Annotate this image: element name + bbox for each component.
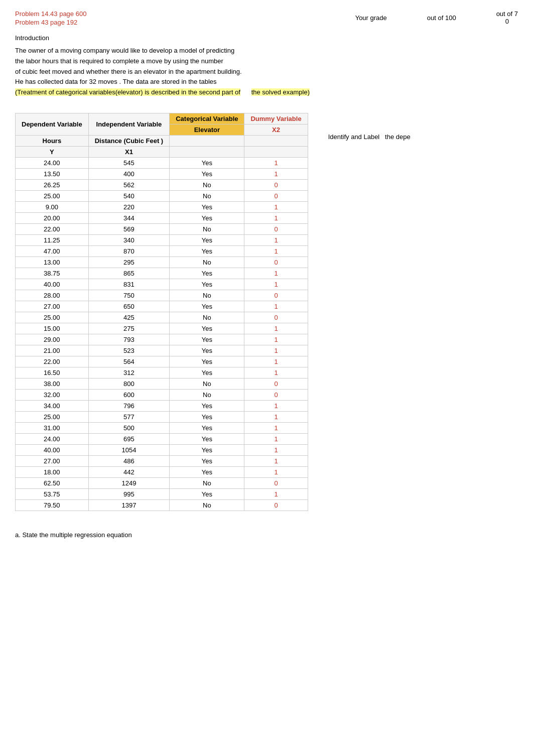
cell-hours: 13.00 [16, 257, 89, 268]
cell-x2: 1 [244, 268, 308, 279]
cell-elev: Yes [170, 356, 244, 367]
cell-hours: 26.25 [16, 179, 89, 190]
cell-hours: 62.50 [16, 477, 89, 488]
cell-dist: 600 [88, 389, 170, 400]
problem-link-1[interactable]: Problem 14.43 page 600 [15, 10, 355, 18]
cell-hours: 27.00 [16, 455, 89, 466]
cell-x2: 1 [244, 400, 308, 411]
table-row: 53.75995Yes1 [16, 488, 308, 499]
cell-hours: 18.00 [16, 466, 89, 477]
data-table-container: Dependent Variable Independent Variable … [15, 113, 308, 511]
cell-dist: 569 [88, 223, 170, 234]
side-label-text2: the depe [385, 133, 411, 141]
highlight-text-2: the solved example) [251, 88, 310, 96]
cell-hours: 31.00 [16, 422, 89, 433]
cell-x2: 1 [244, 488, 308, 499]
cell-x2: 0 [244, 378, 308, 389]
table-row: 21.00523Yes1 [16, 345, 308, 356]
cell-dist: 1249 [88, 477, 170, 488]
cell-dist: 870 [88, 245, 170, 257]
cell-hours: 47.00 [16, 245, 89, 257]
cell-x2: 1 [244, 422, 308, 433]
table-row: 25.00540No0 [16, 190, 308, 201]
problem-link-2[interactable]: Problem 43 page 192 [15, 19, 355, 26]
grade-value: 0 [496, 18, 518, 25]
cell-elev: No [170, 223, 244, 234]
cell-elev: Yes [170, 279, 244, 290]
cell-dist: 564 [88, 356, 170, 367]
cat-var-header: Categorical Variable [170, 113, 244, 124]
elevator-header: Elevator [170, 124, 244, 135]
intro-line-1: The owner of a moving company would like… [15, 47, 234, 54]
cell-x2: 0 [244, 190, 308, 201]
cell-elev: No [170, 499, 244, 511]
cell-hours: 79.50 [16, 499, 89, 511]
cell-x2: 1 [244, 345, 308, 356]
cell-elev: Yes [170, 301, 244, 312]
cell-dist: 577 [88, 411, 170, 422]
cell-dist: 796 [88, 400, 170, 411]
cell-elev: No [170, 290, 244, 301]
cell-dist: 800 [88, 378, 170, 389]
cell-x2: 1 [244, 466, 308, 477]
intro-paragraph: The owner of a moving company would like… [15, 46, 518, 98]
hours-header: Hours [16, 135, 89, 146]
table-row: 47.00870Yes1 [16, 245, 308, 257]
cell-x2: 1 [244, 301, 308, 312]
cell-x2: 1 [244, 279, 308, 290]
table-row: 13.50400Yes1 [16, 168, 308, 179]
cell-elev: No [170, 179, 244, 190]
cell-elev: Yes [170, 157, 244, 168]
section-title: Introduction [15, 34, 518, 42]
cell-dist: 220 [88, 201, 170, 212]
cell-elev: Yes [170, 433, 244, 444]
cell-dist: 340 [88, 234, 170, 245]
cell-hours: 25.00 [16, 190, 89, 201]
dummy-var-header: Dummy Variable [244, 113, 308, 124]
x2-sub-header [244, 135, 308, 146]
x1-header: X1 [88, 146, 170, 157]
cell-dist: 545 [88, 157, 170, 168]
cell-x2: 1 [244, 356, 308, 367]
cell-hours: 13.50 [16, 168, 89, 179]
table-row: 62.501249No0 [16, 477, 308, 488]
cell-hours: 32.00 [16, 389, 89, 400]
cell-elev: Yes [170, 455, 244, 466]
cell-dist: 275 [88, 323, 170, 334]
cell-hours: 38.00 [16, 378, 89, 389]
table-row: 28.00750No0 [16, 290, 308, 301]
cell-dist: 995 [88, 488, 170, 499]
table-row: 25.00425No0 [16, 312, 308, 323]
cell-dist: 312 [88, 367, 170, 378]
cell-x2: 1 [244, 334, 308, 345]
cell-hours: 34.00 [16, 400, 89, 411]
cell-hours: 11.25 [16, 234, 89, 245]
y-header: Y [16, 146, 89, 157]
cell-elev: Yes [170, 466, 244, 477]
cell-x2: 1 [244, 444, 308, 455]
cell-dist: 400 [88, 168, 170, 179]
table-row: 18.00442Yes1 [16, 466, 308, 477]
cell-elev: Yes [170, 411, 244, 422]
cell-elev: Yes [170, 367, 244, 378]
cell-dist: 540 [88, 190, 170, 201]
grade-section: Your grade out of 100 out of 7 0 [355, 10, 518, 25]
table-row: 20.00344Yes1 [16, 212, 308, 223]
cell-elev: Yes [170, 345, 244, 356]
header: Problem 14.43 page 600 Problem 43 page 1… [15, 10, 518, 27]
cell-x2: 1 [244, 411, 308, 422]
cell-elev: Yes [170, 268, 244, 279]
cell-dist: 486 [88, 455, 170, 466]
table-row: 13.00295No0 [16, 257, 308, 268]
cell-x2: 0 [244, 257, 308, 268]
your-grade-label: Your grade [355, 14, 387, 22]
side-label: Identify and Label the depe [328, 133, 411, 141]
table-row: 15.00275Yes1 [16, 323, 308, 334]
cell-dist: 562 [88, 179, 170, 190]
highlight-text-1: (Treatment of categorical variables(elev… [15, 88, 240, 96]
dep-var-header: Dependent Variable [16, 113, 89, 135]
cell-x2: 1 [244, 323, 308, 334]
table-row: 26.25562No0 [16, 179, 308, 190]
cell-hours: 38.75 [16, 268, 89, 279]
cell-x2: 1 [244, 433, 308, 444]
